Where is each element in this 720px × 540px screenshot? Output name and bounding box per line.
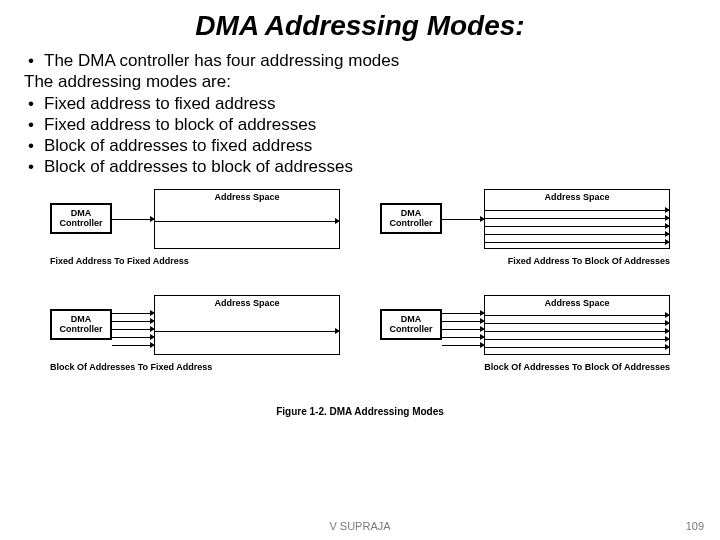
mode-bullet-4: Block of addresses to block of addresses — [24, 156, 696, 177]
footer-page-number: 109 — [686, 520, 704, 532]
mode-bullet-1: Fixed address to fixed address — [24, 93, 696, 114]
addr-label: Address Space — [485, 190, 669, 202]
diagram-fixed-to-fixed: DMA Controller Address Space Fixed Addre… — [50, 188, 340, 266]
slide-title: DMA Addressing Modes: — [0, 10, 720, 42]
footer-author: V SUPRAJA — [0, 520, 720, 532]
diagram-block-to-block: DMA Controller Address Space Block Of Ad… — [380, 294, 670, 372]
dma-box: DMA Controller — [50, 309, 112, 341]
diagram-fixed-to-block: DMA Controller Address Space Fixed Addre… — [380, 188, 670, 266]
diagram-caption: Block Of Addresses To Fixed Address — [50, 362, 340, 372]
figure-main-caption: Figure 1-2. DMA Addressing Modes — [30, 406, 690, 417]
figure-grid: DMA Controller Address Space Fixed Addre… — [0, 188, 720, 417]
addr-label: Address Space — [155, 190, 339, 202]
diagram-block-to-fixed: DMA Controller Address Space Block Of Ad… — [50, 294, 340, 372]
dma-box: DMA Controller — [380, 309, 442, 341]
diagram-caption: Fixed Address To Fixed Address — [50, 256, 340, 266]
intro-line: The addressing modes are: — [24, 71, 696, 92]
intro-bullet: The DMA controller has four addressing m… — [24, 50, 696, 71]
mode-bullet-3: Block of addresses to fixed address — [24, 135, 696, 156]
dma-box: DMA Controller — [50, 203, 112, 235]
body-text: The DMA controller has four addressing m… — [0, 50, 720, 178]
addr-label: Address Space — [155, 296, 339, 308]
diagram-caption: Fixed Address To Block Of Addresses — [380, 256, 670, 266]
dma-box: DMA Controller — [380, 203, 442, 235]
diagram-caption: Block Of Addresses To Block Of Addresses — [380, 362, 670, 372]
mode-bullet-2: Fixed address to block of addresses — [24, 114, 696, 135]
addr-label: Address Space — [485, 296, 669, 308]
